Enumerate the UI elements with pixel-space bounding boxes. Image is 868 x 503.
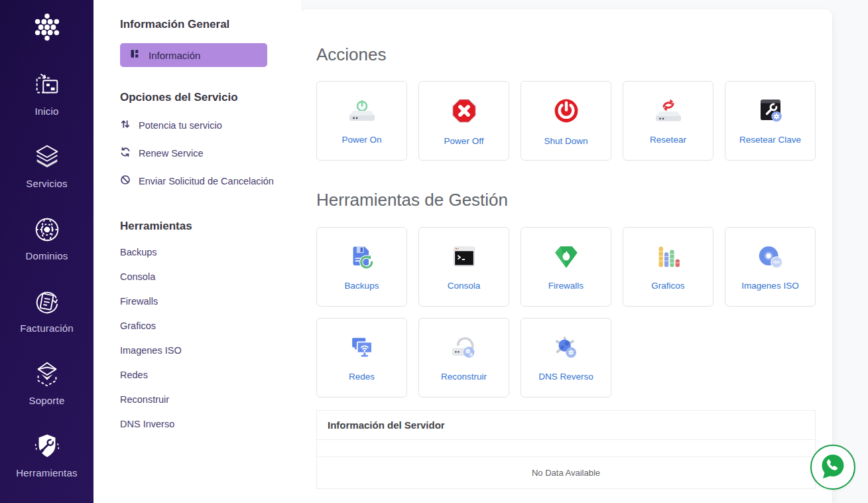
tool-card-label: Backups bbox=[345, 281, 379, 291]
ban-icon bbox=[120, 175, 131, 188]
disc-iso-icon: ISO bbox=[755, 244, 786, 273]
dots-cluster-logo-icon bbox=[31, 36, 64, 47]
menu-item-label: Enviar Solicitud de Cancelación bbox=[139, 176, 274, 186]
actions-card-row: Power On Power Off Shut Down bbox=[316, 81, 816, 161]
svg-text:ISO: ISO bbox=[773, 260, 780, 264]
sidebar-item-soporte[interactable]: Soporte bbox=[29, 358, 65, 406]
sidebar-item-dominios[interactable]: Dominios bbox=[25, 214, 68, 261]
menu-item-backups[interactable]: Backups bbox=[120, 248, 284, 257]
menu-item-graficos[interactable]: Graficos bbox=[120, 321, 284, 331]
tools-menu: Backups Consola Firewalls Graficos Image… bbox=[120, 248, 284, 429]
tool-card-label: Redes bbox=[349, 372, 375, 382]
envelope-box-icon bbox=[32, 358, 62, 390]
invoice-cycle-icon bbox=[31, 286, 62, 318]
action-card-label: Power On bbox=[341, 135, 381, 145]
primary-sidebar: Inicio Servicios Dominios bbox=[0, 0, 93, 503]
sidebar-item-label: Herramientas bbox=[16, 467, 77, 478]
sidebar-item-label: Inicio bbox=[34, 106, 58, 117]
red-octagon-x-icon bbox=[450, 96, 479, 128]
tool-card-firewalls[interactable]: Firewalls bbox=[521, 227, 611, 307]
menu-item-dns-inverso[interactable]: DNS Inverso bbox=[120, 419, 284, 429]
server-refresh-icon bbox=[652, 98, 684, 127]
tool-card-label: DNS Reverso bbox=[538, 372, 593, 382]
sidebar-item-servicios[interactable]: Servicios bbox=[26, 141, 68, 189]
monitors-wifi-icon bbox=[347, 334, 377, 364]
menu-item-renew-service[interactable]: Renew Service bbox=[120, 147, 284, 160]
tool-card-label: Firewalls bbox=[548, 281, 584, 291]
section-title-herramientas: Herramientas bbox=[120, 219, 284, 233]
kanban-icon bbox=[129, 48, 140, 62]
tools-card-row-1: Backups Consola bbox=[316, 227, 816, 307]
up-down-arrows-icon bbox=[120, 119, 131, 132]
menu-item-consola[interactable]: Consola bbox=[120, 272, 284, 282]
actions-section-title: Acciones bbox=[316, 44, 816, 65]
section-title-informacion-general: Información General bbox=[120, 17, 284, 31]
server-info-no-data: No Data Available bbox=[317, 457, 815, 488]
action-card-label: Shut Down bbox=[544, 136, 588, 146]
tool-card-redes[interactable]: Redes bbox=[316, 318, 407, 397]
sidebar-item-herramientas[interactable]: Herramientas bbox=[16, 431, 77, 478]
tool-card-graficos[interactable]: Graficos bbox=[623, 227, 713, 307]
terminal-wrench-gear-icon bbox=[755, 98, 786, 127]
menu-item-cancelacion[interactable]: Enviar Solicitud de Cancelación bbox=[120, 175, 284, 188]
brand-logo[interactable] bbox=[31, 12, 64, 48]
tool-card-imagenes-iso[interactable]: ISO Imagenes ISO bbox=[725, 227, 816, 307]
tool-card-dns-reverso[interactable]: DNS Reverso bbox=[521, 318, 611, 397]
green-gem-flame-icon bbox=[551, 244, 582, 273]
action-card-power-off[interactable]: Power Off bbox=[418, 81, 509, 161]
menu-item-label: Potencia tu servicio bbox=[139, 120, 222, 131]
tool-card-backups[interactable]: Backups bbox=[316, 227, 407, 307]
server-info-header: Información del Servidor bbox=[317, 411, 815, 440]
action-card-power-on[interactable]: Power On bbox=[316, 81, 407, 161]
sidebar-item-label: Servicios bbox=[26, 178, 68, 189]
secondary-sidebar: Información General Información Opciones… bbox=[93, 0, 301, 503]
action-card-resetear-clave[interactable]: Resetear Clave bbox=[725, 81, 816, 161]
action-card-label: Power Off bbox=[444, 136, 484, 146]
action-card-resetear[interactable]: Resetear bbox=[623, 81, 713, 161]
whatsapp-icon bbox=[817, 451, 849, 484]
windows-icon bbox=[32, 69, 62, 101]
tool-card-reconstruir[interactable]: Reconstruir bbox=[418, 318, 509, 397]
action-card-label: Resetear bbox=[650, 135, 686, 145]
terminal-window-icon bbox=[449, 244, 479, 273]
main-panel: Acciones Power On Power Of bbox=[300, 9, 832, 503]
tool-card-label: Consola bbox=[448, 281, 481, 291]
floppy-restore-icon bbox=[347, 244, 377, 273]
tools-shield-icon bbox=[32, 431, 62, 463]
red-power-circle-icon bbox=[552, 96, 581, 128]
whatsapp-button[interactable] bbox=[810, 445, 855, 490]
bar-chart-icon bbox=[653, 244, 684, 273]
menu-item-label: Renew Service bbox=[139, 148, 204, 159]
menu-item-label: Información bbox=[149, 50, 200, 61]
server-info-empty-row bbox=[317, 440, 815, 457]
sidebar-item-label: Soporte bbox=[29, 395, 65, 406]
tool-card-label: Graficos bbox=[651, 281, 684, 291]
tools-section-title: Herramientas de Gestión bbox=[316, 189, 816, 210]
section-title-opciones: Opciones del Servicio bbox=[120, 90, 284, 104]
drive-gears-icon bbox=[449, 334, 479, 364]
menu-item-imagenes-iso[interactable]: Imagenes ISO bbox=[120, 346, 284, 356]
menu-item-redes[interactable]: Redes bbox=[120, 370, 284, 380]
action-card-label: Resetear Clave bbox=[739, 135, 801, 145]
server-info-table: Información del Servidor No Data Availab… bbox=[316, 410, 816, 489]
action-card-shut-down[interactable]: Shut Down bbox=[521, 81, 611, 161]
tool-card-consola[interactable]: Consola bbox=[418, 227, 509, 307]
server-power-on-icon bbox=[346, 98, 378, 127]
sidebar-item-label: Facturación bbox=[20, 323, 74, 334]
tool-card-label: Imagenes ISO bbox=[741, 281, 798, 291]
sidebar-item-label: Dominios bbox=[25, 250, 68, 261]
stacked-layers-icon bbox=[32, 141, 62, 173]
globe-icon bbox=[32, 214, 62, 246]
sidebar-item-facturacion[interactable]: Facturación bbox=[20, 286, 74, 334]
hub-globe-gear-icon bbox=[551, 334, 582, 364]
menu-item-reconstruir[interactable]: Reconstruir bbox=[120, 395, 284, 405]
renew-icon bbox=[120, 147, 131, 160]
menu-item-informacion-selected[interactable]: Información bbox=[120, 43, 267, 67]
menu-item-firewalls[interactable]: Firewalls bbox=[120, 297, 284, 307]
tools-card-row-2: Redes bbox=[316, 318, 816, 397]
tool-card-label: Reconstruir bbox=[441, 372, 487, 382]
sidebar-item-inicio[interactable]: Inicio bbox=[32, 69, 62, 117]
menu-item-potencia[interactable]: Potencia tu servicio bbox=[120, 119, 284, 132]
